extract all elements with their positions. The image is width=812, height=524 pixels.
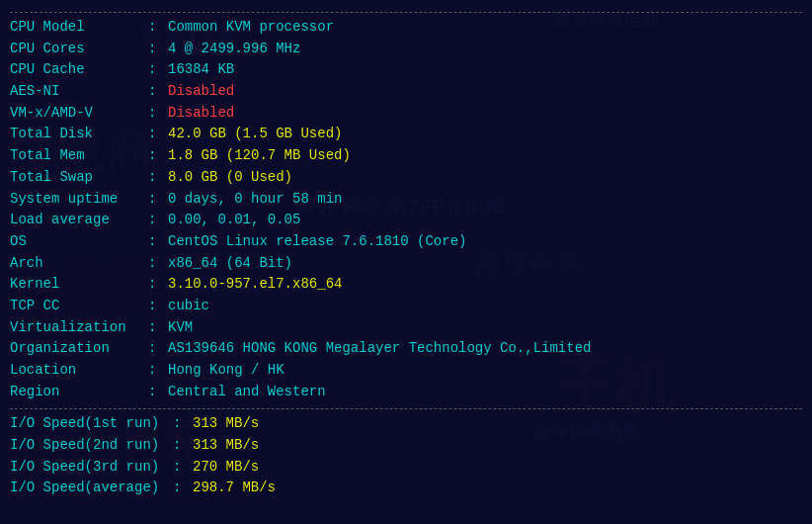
row-colon: : bbox=[148, 210, 168, 231]
row-label: Total Mem bbox=[10, 145, 148, 167]
io-colon: : bbox=[173, 478, 193, 499]
row-label: TCP CC bbox=[10, 296, 148, 317]
table-row: Virtualization : KVM bbox=[10, 317, 802, 339]
row-label: CPU Cores bbox=[10, 39, 148, 60]
table-row: System uptime : 0 days, 0 hour 58 min bbox=[10, 189, 802, 211]
row-value: Hong Kong / HK bbox=[168, 360, 284, 382]
io-value: 313 MB/s bbox=[193, 413, 259, 435]
table-row: Location : Hong Kong / HK bbox=[10, 360, 802, 382]
table-row: Total Disk : 42.0 GB (1.5 GB Used) bbox=[10, 124, 802, 145]
table-row: VM-x/AMD-V : Disabled bbox=[10, 103, 802, 125]
io-label: I/O Speed(3rd run) bbox=[10, 457, 173, 479]
row-colon: : bbox=[148, 103, 168, 125]
row-label: System uptime bbox=[10, 189, 148, 211]
row-colon: : bbox=[148, 81, 168, 103]
row-colon: : bbox=[148, 338, 168, 360]
io-row: I/O Speed(3rd run): 270 MB/s bbox=[10, 457, 802, 479]
row-value: 8.0 GB (0 Used) bbox=[168, 167, 292, 189]
table-row: Total Mem : 1.8 GB (120.7 MB Used) bbox=[10, 145, 802, 167]
row-colon: : bbox=[148, 253, 168, 275]
row-label: CPU Cache bbox=[10, 59, 148, 81]
row-label: AES-NI bbox=[10, 81, 148, 103]
terminal: 境电商 服务跨境电商 境电商 服务 跨境 助力中企出海 值探 跨境电商 王机 机… bbox=[0, 0, 812, 524]
row-value: CentOS Linux release 7.6.1810 (Core) bbox=[168, 231, 466, 253]
table-row: Organization : AS139646 HONG KONG Megala… bbox=[10, 338, 802, 360]
row-value: x86_64 (64 Bit) bbox=[168, 253, 292, 275]
row-label: VM-x/AMD-V bbox=[10, 103, 148, 125]
row-value: Disabled bbox=[168, 103, 234, 125]
row-colon: : bbox=[148, 167, 168, 189]
row-label: Total Disk bbox=[10, 124, 148, 145]
table-row: Total Swap : 8.0 GB (0 Used) bbox=[10, 167, 802, 189]
middle-divider bbox=[10, 408, 802, 409]
io-value: 298.7 MB/s bbox=[193, 478, 276, 499]
top-divider bbox=[10, 12, 802, 13]
row-label: Organization bbox=[10, 338, 148, 360]
row-label: Total Swap bbox=[10, 167, 148, 189]
io-label: I/O Speed(1st run) bbox=[10, 413, 173, 435]
table-row: Region : Central and Western bbox=[10, 382, 802, 403]
row-label: Load average bbox=[10, 210, 148, 231]
table-row: Load average : 0.00, 0.01, 0.05 bbox=[10, 210, 802, 231]
row-value: 42.0 GB (1.5 GB Used) bbox=[168, 124, 342, 145]
table-row: OS : CentOS Linux release 7.6.1810 (Core… bbox=[10, 231, 802, 253]
row-colon: : bbox=[148, 231, 168, 253]
table-row: CPU Cache : 16384 KB bbox=[10, 59, 802, 81]
row-colon: : bbox=[148, 189, 168, 211]
row-colon: : bbox=[148, 360, 168, 382]
system-info-section: CPU Model : Common KVM processorCPU Core… bbox=[10, 17, 802, 402]
row-value: 0.00, 0.01, 0.05 bbox=[168, 210, 300, 231]
row-label: OS bbox=[10, 231, 148, 253]
table-row: CPU Model : Common KVM processor bbox=[10, 17, 802, 39]
row-label: Kernel bbox=[10, 274, 148, 296]
row-colon: : bbox=[148, 39, 168, 60]
row-value: cubic bbox=[168, 296, 209, 317]
row-colon: : bbox=[148, 382, 168, 403]
row-colon: : bbox=[148, 145, 168, 167]
io-speed-section: I/O Speed(1st run): 313 MB/sI/O Speed(2n… bbox=[10, 413, 802, 499]
row-value: AS139646 HONG KONG Megalayer Technology … bbox=[168, 338, 591, 360]
row-value: Central and Western bbox=[168, 382, 326, 403]
row-colon: : bbox=[148, 124, 168, 145]
io-row: I/O Speed(1st run): 313 MB/s bbox=[10, 413, 802, 435]
row-value: 4 @ 2499.996 MHz bbox=[168, 39, 300, 60]
row-label: Location bbox=[10, 360, 148, 382]
io-colon: : bbox=[173, 435, 193, 457]
table-row: Kernel : 3.10.0-957.el7.x86_64 bbox=[10, 274, 802, 296]
io-label: I/O Speed(average) bbox=[10, 478, 173, 499]
row-colon: : bbox=[148, 274, 168, 296]
io-row: I/O Speed(2nd run): 313 MB/s bbox=[10, 435, 802, 457]
row-colon: : bbox=[148, 296, 168, 317]
io-value: 313 MB/s bbox=[193, 435, 259, 457]
row-label: Virtualization bbox=[10, 317, 148, 339]
io-value: 270 MB/s bbox=[193, 457, 259, 479]
io-colon: : bbox=[173, 413, 193, 435]
io-row: I/O Speed(average): 298.7 MB/s bbox=[10, 478, 802, 499]
io-label: I/O Speed(2nd run) bbox=[10, 435, 173, 457]
row-value: KVM bbox=[168, 317, 193, 339]
table-row: Arch : x86_64 (64 Bit) bbox=[10, 253, 802, 275]
row-label: CPU Model bbox=[10, 17, 148, 39]
row-colon: : bbox=[148, 317, 168, 339]
row-label: Region bbox=[10, 382, 148, 403]
row-value: 3.10.0-957.el7.x86_64 bbox=[168, 274, 342, 296]
table-row: CPU Cores : 4 @ 2499.996 MHz bbox=[10, 39, 802, 60]
row-label: Arch bbox=[10, 253, 148, 275]
row-value: Common KVM processor bbox=[168, 17, 334, 39]
table-row: AES-NI : Disabled bbox=[10, 81, 802, 103]
row-value: Disabled bbox=[168, 81, 234, 103]
table-row: TCP CC : cubic bbox=[10, 296, 802, 317]
row-colon: : bbox=[148, 17, 168, 39]
row-value: 0 days, 0 hour 58 min bbox=[168, 189, 342, 211]
io-colon: : bbox=[173, 457, 193, 479]
row-colon: : bbox=[148, 59, 168, 81]
row-value: 16384 KB bbox=[168, 59, 234, 81]
row-value: 1.8 GB (120.7 MB Used) bbox=[168, 145, 351, 167]
